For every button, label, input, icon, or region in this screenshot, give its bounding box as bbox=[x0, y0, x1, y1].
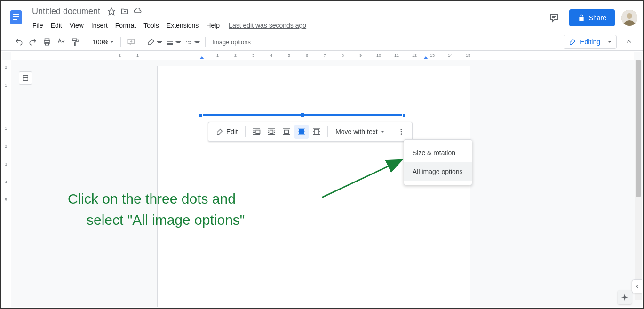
tutorial-annotation: Click on the three dots and select "All … bbox=[68, 188, 245, 230]
share-label: Share bbox=[589, 14, 606, 22]
print-button[interactable] bbox=[40, 35, 54, 48]
svg-rect-13 bbox=[72, 39, 77, 41]
svg-rect-38 bbox=[274, 132, 275, 133]
wrap-break-button[interactable] bbox=[279, 125, 294, 139]
resize-handle[interactable] bbox=[402, 114, 406, 118]
border-dash-button[interactable] bbox=[183, 37, 201, 47]
vertical-ruler[interactable]: 2 1 1 2 3 4 5 bbox=[2, 60, 11, 307]
svg-rect-45 bbox=[298, 131, 305, 132]
svg-point-51 bbox=[400, 129, 402, 130]
indent-marker-right-icon[interactable] bbox=[423, 55, 428, 59]
star-icon[interactable] bbox=[107, 7, 116, 16]
menu-all-image-options[interactable]: All image options bbox=[404, 162, 472, 181]
menu-file[interactable]: File bbox=[29, 20, 47, 31]
svg-rect-35 bbox=[268, 131, 270, 132]
svg-rect-31 bbox=[253, 132, 255, 133]
redo-button[interactable] bbox=[26, 35, 40, 48]
lock-icon bbox=[578, 14, 585, 22]
collapse-toolbar-button[interactable] bbox=[622, 35, 636, 48]
wrap-inline-button[interactable] bbox=[249, 125, 263, 139]
svg-rect-1 bbox=[13, 14, 19, 15]
menu-edit[interactable]: Edit bbox=[48, 20, 65, 31]
image-options-button[interactable]: Image options bbox=[212, 39, 251, 46]
svg-rect-3 bbox=[13, 19, 17, 20]
selected-image[interactable] bbox=[200, 114, 405, 116]
main-toolbar: 100% Image options Editing bbox=[1, 33, 643, 51]
add-comment-button[interactable] bbox=[125, 35, 138, 48]
kebab-icon bbox=[398, 128, 405, 135]
wrap-front-button[interactable] bbox=[310, 125, 324, 139]
svg-rect-28 bbox=[253, 128, 260, 129]
svg-rect-32 bbox=[253, 134, 260, 135]
last-edit-link[interactable]: Last edit was seconds ago bbox=[229, 22, 306, 29]
svg-marker-4 bbox=[108, 8, 115, 15]
resize-handle[interactable] bbox=[199, 114, 203, 118]
menu-format[interactable]: Format bbox=[112, 20, 139, 31]
vertical-scrollbar[interactable] bbox=[635, 60, 642, 300]
edit-image-button[interactable]: Edit bbox=[212, 125, 241, 138]
pencil-icon bbox=[216, 128, 223, 135]
svg-point-8 bbox=[627, 13, 632, 19]
share-button[interactable]: Share bbox=[569, 9, 615, 26]
svg-rect-25 bbox=[23, 76, 28, 81]
pencil-icon bbox=[569, 38, 576, 46]
undo-button[interactable] bbox=[12, 35, 25, 48]
position-select[interactable]: Move with text bbox=[332, 125, 386, 138]
border-weight-button[interactable] bbox=[165, 37, 183, 47]
side-panel-toggle[interactable] bbox=[632, 279, 642, 293]
svg-marker-23 bbox=[199, 56, 204, 59]
image-options-menu: Size & rotation All image options bbox=[404, 139, 472, 185]
menu-size-rotation[interactable]: Size & rotation bbox=[404, 143, 472, 162]
move-folder-icon[interactable] bbox=[120, 7, 129, 16]
svg-rect-42 bbox=[283, 134, 290, 135]
separator bbox=[120, 37, 121, 47]
wrap-behind-button[interactable] bbox=[294, 125, 309, 139]
svg-rect-34 bbox=[270, 130, 273, 134]
menu-help[interactable]: Help bbox=[203, 20, 223, 31]
menu-insert[interactable]: Insert bbox=[88, 20, 111, 31]
svg-rect-44 bbox=[298, 128, 305, 129]
svg-rect-36 bbox=[274, 131, 275, 132]
document-canvas: 2 1 1 2 3 4 5 6 7 8 9 10 11 12 13 14 15 … bbox=[2, 52, 642, 307]
comment-history-button[interactable] bbox=[546, 9, 563, 26]
separator bbox=[245, 126, 246, 137]
more-options-button[interactable] bbox=[394, 125, 408, 139]
svg-rect-39 bbox=[268, 134, 275, 135]
svg-rect-46 bbox=[298, 134, 305, 135]
indent-marker-left-icon[interactable] bbox=[199, 55, 204, 59]
separator bbox=[327, 126, 328, 137]
svg-point-52 bbox=[400, 131, 402, 133]
wrap-text-button[interactable] bbox=[264, 125, 278, 139]
zoom-select[interactable]: 100% bbox=[90, 37, 117, 48]
outline-toggle-button[interactable] bbox=[19, 71, 32, 85]
svg-rect-33 bbox=[268, 128, 275, 129]
account-avatar[interactable] bbox=[621, 10, 637, 26]
svg-marker-24 bbox=[423, 56, 428, 59]
svg-rect-30 bbox=[256, 130, 260, 134]
image-floating-toolbar: Edit Move with text bbox=[208, 122, 413, 142]
editing-label: Editing bbox=[580, 38, 600, 46]
paint-format-button[interactable] bbox=[69, 35, 82, 48]
scroll-thumb[interactable] bbox=[636, 60, 641, 197]
svg-rect-37 bbox=[268, 132, 270, 133]
separator bbox=[205, 37, 206, 47]
menu-extensions[interactable]: Extensions bbox=[163, 20, 202, 31]
svg-rect-2 bbox=[13, 16, 19, 17]
spellcheck-button[interactable] bbox=[55, 35, 68, 48]
svg-rect-40 bbox=[283, 128, 290, 129]
svg-rect-29 bbox=[253, 131, 255, 132]
separator bbox=[142, 37, 142, 47]
document-title[interactable]: Untitled document bbox=[29, 6, 103, 17]
document-page[interactable]: Edit Move with text Size & rotation All … bbox=[157, 66, 470, 307]
border-color-button[interactable] bbox=[146, 37, 164, 47]
separator bbox=[86, 37, 86, 47]
docs-logo[interactable] bbox=[7, 5, 25, 29]
menu-view[interactable]: View bbox=[66, 20, 87, 31]
cloud-status-icon[interactable] bbox=[133, 7, 143, 16]
explore-button[interactable] bbox=[618, 290, 632, 304]
resize-handle[interactable] bbox=[301, 114, 304, 118]
editing-mode-button[interactable]: Editing bbox=[564, 35, 617, 49]
menu-tools[interactable]: Tools bbox=[140, 20, 162, 31]
horizontal-ruler[interactable]: 2 1 1 2 3 4 5 6 7 8 9 10 11 12 13 14 15 bbox=[11, 52, 634, 60]
app-header: Untitled document File Edit View Insert … bbox=[1, 1, 643, 33]
